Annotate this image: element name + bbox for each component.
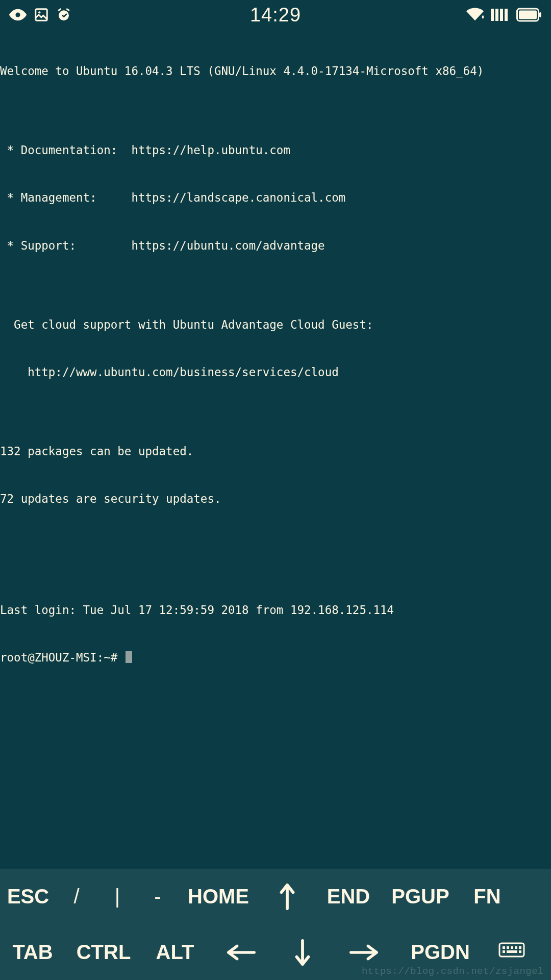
battery-icon [516,8,542,22]
eye-icon [9,6,27,23]
wifi-icon [466,7,484,22]
svg-rect-1 [36,9,47,21]
arrow-down-icon [293,939,312,966]
key-fn[interactable]: FN [459,885,515,908]
svg-rect-16 [519,946,521,949]
svg-rect-18 [507,950,517,953]
key-arrow-up[interactable] [259,884,315,910]
svg-rect-5 [495,9,498,21]
svg-rect-10 [539,12,541,17]
svg-rect-11 [499,943,524,957]
svg-point-2 [38,11,40,13]
terminal-output[interactable]: Welcome to Ubuntu 16.04.3 LTS (GNU/Linux… [0,30,551,869]
signal-icon [491,7,509,22]
alarm-icon [56,7,71,22]
svg-rect-4 [491,9,494,21]
key-dash[interactable]: - [138,885,178,908]
key-slash[interactable]: / [56,885,97,908]
key-tab[interactable]: TAB [0,941,65,964]
arrow-left-icon [227,943,256,962]
image-icon [34,7,49,22]
terminal-line: * Management: https://landscape.canonica… [0,190,551,206]
key-arrow-down[interactable] [274,939,331,966]
key-pgup[interactable]: PGUP [382,885,459,908]
key-alt[interactable]: ALT [142,941,208,964]
svg-point-0 [15,12,20,17]
key-arrow-left[interactable] [208,943,274,962]
key-pipe[interactable]: | [97,885,138,908]
terminal-line: 132 packages can be updated. [0,444,551,459]
svg-rect-19 [519,950,521,953]
terminal-line: * Documentation: https://help.ubuntu.com [0,142,551,158]
key-pgdn[interactable]: PGDN [397,941,484,964]
keyboard-icon [498,940,525,964]
key-ctrl[interactable]: CTRL [65,941,142,964]
svg-rect-13 [507,946,509,949]
key-home[interactable]: HOME [178,885,259,908]
terminal-prompt-line: root@ZHOUZ-MSI:~# [0,650,551,666]
svg-rect-12 [503,946,505,949]
terminal-cursor [126,651,132,663]
status-bar: 14:29 [0,0,551,30]
terminal-prompt: root@ZHOUZ-MSI:~# [0,651,124,664]
key-esc[interactable]: ESC [0,885,56,908]
arrow-right-icon [349,943,378,962]
svg-rect-9 [519,11,537,19]
watermark: https://blog.csdn.net/zsjangel [362,966,544,977]
svg-rect-7 [505,9,508,21]
status-time: 14:29 [250,4,301,26]
terminal-line: Get cloud support with Ubuntu Advantage … [0,317,551,333]
arrow-up-icon [278,884,296,910]
key-arrow-right[interactable] [331,943,397,962]
svg-point-3 [59,10,69,20]
terminal-line: 72 updates are security updates. [0,491,551,507]
terminal-line: http://www.ubuntu.com/business/services/… [0,364,551,380]
key-row-0: ESC / | - HOME END PGUP FN [0,869,551,924]
key-keyboard-toggle[interactable] [484,940,540,964]
terminal-line: Last login: Tue Jul 17 12:59:59 2018 fro… [0,602,551,618]
svg-rect-15 [515,946,517,949]
terminal-line: Welcome to Ubuntu 16.04.3 LTS (GNU/Linux… [0,63,551,79]
svg-rect-14 [511,946,513,949]
terminal-line: * Support: https://ubuntu.com/advantage [0,238,551,254]
svg-rect-6 [500,9,503,21]
key-bar: ESC / | - HOME END PGUP FN TAB CTRL ALT [0,869,551,980]
svg-rect-17 [503,950,505,953]
key-end[interactable]: END [315,885,382,908]
